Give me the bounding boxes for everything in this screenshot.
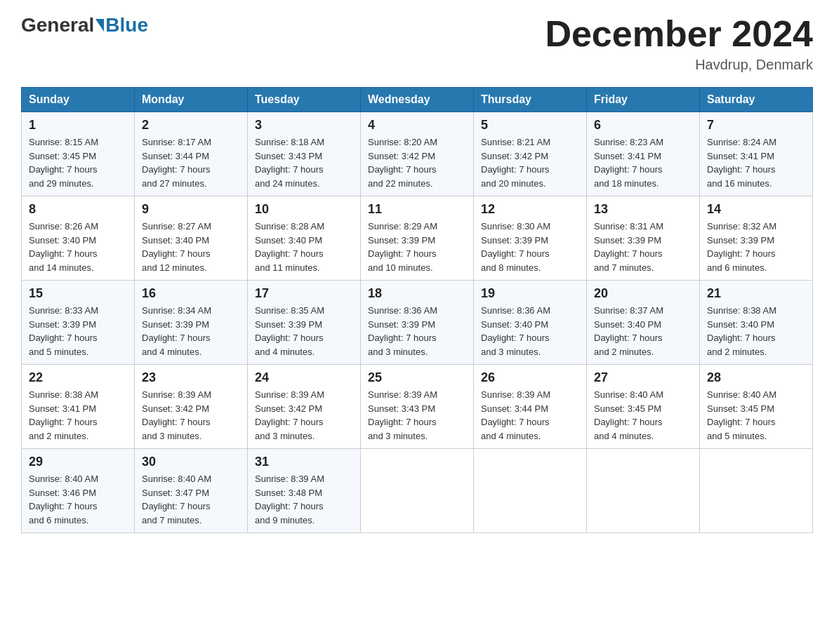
day-number: 7: [707, 118, 805, 133]
calendar-cell: 30 Sunrise: 8:40 AMSunset: 3:47 PMDaylig…: [135, 449, 248, 533]
day-number: 20: [594, 286, 692, 301]
calendar-cell: 11 Sunrise: 8:29 AMSunset: 3:39 PMDaylig…: [361, 196, 474, 281]
day-number: 24: [255, 370, 353, 385]
calendar-cell: [361, 449, 474, 533]
day-number: 8: [29, 202, 127, 217]
logo-arrow-icon: [95, 19, 104, 32]
day-number: 25: [368, 370, 466, 385]
calendar-body: 1 Sunrise: 8:15 AMSunset: 3:45 PMDayligh…: [22, 112, 813, 533]
col-wednesday: Wednesday: [361, 88, 474, 112]
day-number: 2: [142, 118, 240, 133]
day-number: 19: [481, 286, 579, 301]
day-number: 9: [142, 202, 240, 217]
col-monday: Monday: [135, 88, 248, 112]
day-info: Sunrise: 8:39 AMSunset: 3:44 PMDaylight:…: [481, 389, 550, 441]
day-number: 14: [707, 202, 805, 217]
calendar-cell: 23 Sunrise: 8:39 AMSunset: 3:42 PMDaylig…: [135, 365, 248, 449]
day-info: Sunrise: 8:38 AMSunset: 3:40 PMDaylight:…: [707, 305, 776, 357]
col-friday: Friday: [587, 88, 700, 112]
day-number: 28: [707, 370, 805, 385]
day-info: Sunrise: 8:30 AMSunset: 3:39 PMDaylight:…: [481, 221, 550, 273]
day-info: Sunrise: 8:23 AMSunset: 3:41 PMDaylight:…: [594, 137, 663, 189]
day-info: Sunrise: 8:37 AMSunset: 3:40 PMDaylight:…: [594, 305, 663, 357]
calendar-cell: [474, 449, 587, 533]
logo: General Blue: [21, 14, 148, 36]
calendar-cell: 19 Sunrise: 8:36 AMSunset: 3:40 PMDaylig…: [474, 281, 587, 365]
calendar-header: Sunday Monday Tuesday Wednesday Thursday…: [22, 88, 813, 112]
day-number: 4: [368, 118, 466, 133]
calendar-cell: 5 Sunrise: 8:21 AMSunset: 3:42 PMDayligh…: [474, 112, 587, 196]
calendar-cell: 15 Sunrise: 8:33 AMSunset: 3:39 PMDaylig…: [22, 281, 135, 365]
col-sunday: Sunday: [22, 88, 135, 112]
calendar-cell: 7 Sunrise: 8:24 AMSunset: 3:41 PMDayligh…: [700, 112, 813, 196]
calendar-cell: 16 Sunrise: 8:34 AMSunset: 3:39 PMDaylig…: [135, 281, 248, 365]
logo-general-text: General: [21, 14, 94, 36]
day-number: 6: [594, 118, 692, 133]
calendar-cell: 22 Sunrise: 8:38 AMSunset: 3:41 PMDaylig…: [22, 365, 135, 449]
day-info: Sunrise: 8:39 AMSunset: 3:43 PMDaylight:…: [368, 389, 437, 441]
calendar-cell: 24 Sunrise: 8:39 AMSunset: 3:42 PMDaylig…: [248, 365, 361, 449]
calendar-cell: 25 Sunrise: 8:39 AMSunset: 3:43 PMDaylig…: [361, 365, 474, 449]
day-info: Sunrise: 8:32 AMSunset: 3:39 PMDaylight:…: [707, 221, 776, 273]
calendar-cell: 1 Sunrise: 8:15 AMSunset: 3:45 PMDayligh…: [22, 112, 135, 196]
calendar-week-2: 8 Sunrise: 8:26 AMSunset: 3:40 PMDayligh…: [22, 196, 813, 281]
calendar-cell: 10 Sunrise: 8:28 AMSunset: 3:40 PMDaylig…: [248, 196, 361, 281]
day-info: Sunrise: 8:28 AMSunset: 3:40 PMDaylight:…: [255, 221, 324, 273]
calendar-cell: 21 Sunrise: 8:38 AMSunset: 3:40 PMDaylig…: [700, 281, 813, 365]
calendar-cell: 27 Sunrise: 8:40 AMSunset: 3:45 PMDaylig…: [587, 365, 700, 449]
calendar-cell: 20 Sunrise: 8:37 AMSunset: 3:40 PMDaylig…: [587, 281, 700, 365]
day-info: Sunrise: 8:26 AMSunset: 3:40 PMDaylight:…: [29, 221, 98, 273]
calendar-cell: 26 Sunrise: 8:39 AMSunset: 3:44 PMDaylig…: [474, 365, 587, 449]
day-number: 13: [594, 202, 692, 217]
day-info: Sunrise: 8:29 AMSunset: 3:39 PMDaylight:…: [368, 221, 437, 273]
day-number: 3: [255, 118, 353, 133]
day-info: Sunrise: 8:40 AMSunset: 3:47 PMDaylight:…: [142, 474, 211, 525]
col-thursday: Thursday: [474, 88, 587, 112]
day-number: 10: [255, 202, 353, 217]
calendar-cell: 17 Sunrise: 8:35 AMSunset: 3:39 PMDaylig…: [248, 281, 361, 365]
calendar-week-4: 22 Sunrise: 8:38 AMSunset: 3:41 PMDaylig…: [22, 365, 813, 449]
day-info: Sunrise: 8:36 AMSunset: 3:39 PMDaylight:…: [368, 305, 437, 357]
day-number: 16: [142, 286, 240, 301]
day-info: Sunrise: 8:33 AMSunset: 3:39 PMDaylight:…: [29, 305, 98, 357]
calendar-cell: [700, 449, 813, 533]
day-number: 21: [707, 286, 805, 301]
day-number: 29: [29, 455, 127, 469]
day-number: 27: [594, 370, 692, 385]
location-text: Havdrup, Denmark: [545, 57, 813, 73]
day-info: Sunrise: 8:21 AMSunset: 3:42 PMDaylight:…: [481, 137, 550, 189]
day-number: 30: [142, 455, 240, 469]
day-info: Sunrise: 8:34 AMSunset: 3:39 PMDaylight:…: [142, 305, 211, 357]
calendar-week-5: 29 Sunrise: 8:40 AMSunset: 3:46 PMDaylig…: [22, 449, 813, 533]
day-number: 26: [481, 370, 579, 385]
day-info: Sunrise: 8:15 AMSunset: 3:45 PMDaylight:…: [29, 137, 98, 189]
calendar-cell: 13 Sunrise: 8:31 AMSunset: 3:39 PMDaylig…: [587, 196, 700, 281]
month-title: December 2024: [545, 14, 813, 54]
calendar-cell: 29 Sunrise: 8:40 AMSunset: 3:46 PMDaylig…: [22, 449, 135, 533]
title-area: December 2024 Havdrup, Denmark: [545, 14, 813, 73]
col-saturday: Saturday: [700, 88, 813, 112]
calendar-cell: 18 Sunrise: 8:36 AMSunset: 3:39 PMDaylig…: [361, 281, 474, 365]
day-number: 17: [255, 286, 353, 301]
day-number: 31: [255, 455, 353, 469]
day-number: 23: [142, 370, 240, 385]
day-info: Sunrise: 8:27 AMSunset: 3:40 PMDaylight:…: [142, 221, 211, 273]
calendar-week-1: 1 Sunrise: 8:15 AMSunset: 3:45 PMDayligh…: [22, 112, 813, 196]
calendar-cell: 3 Sunrise: 8:18 AMSunset: 3:43 PMDayligh…: [248, 112, 361, 196]
calendar-cell: 4 Sunrise: 8:20 AMSunset: 3:42 PMDayligh…: [361, 112, 474, 196]
day-info: Sunrise: 8:38 AMSunset: 3:41 PMDaylight:…: [29, 389, 98, 441]
day-info: Sunrise: 8:39 AMSunset: 3:42 PMDaylight:…: [142, 389, 211, 441]
day-info: Sunrise: 8:31 AMSunset: 3:39 PMDaylight:…: [594, 221, 663, 273]
day-info: Sunrise: 8:39 AMSunset: 3:42 PMDaylight:…: [255, 389, 324, 441]
day-info: Sunrise: 8:24 AMSunset: 3:41 PMDaylight:…: [707, 137, 776, 189]
day-info: Sunrise: 8:40 AMSunset: 3:45 PMDaylight:…: [594, 389, 663, 441]
calendar-cell: 8 Sunrise: 8:26 AMSunset: 3:40 PMDayligh…: [22, 196, 135, 281]
calendar-cell: 9 Sunrise: 8:27 AMSunset: 3:40 PMDayligh…: [135, 196, 248, 281]
weekday-row: Sunday Monday Tuesday Wednesday Thursday…: [22, 88, 813, 112]
day-number: 12: [481, 202, 579, 217]
day-number: 15: [29, 286, 127, 301]
day-number: 1: [29, 118, 127, 133]
day-number: 22: [29, 370, 127, 385]
day-number: 5: [481, 118, 579, 133]
calendar-cell: [587, 449, 700, 533]
